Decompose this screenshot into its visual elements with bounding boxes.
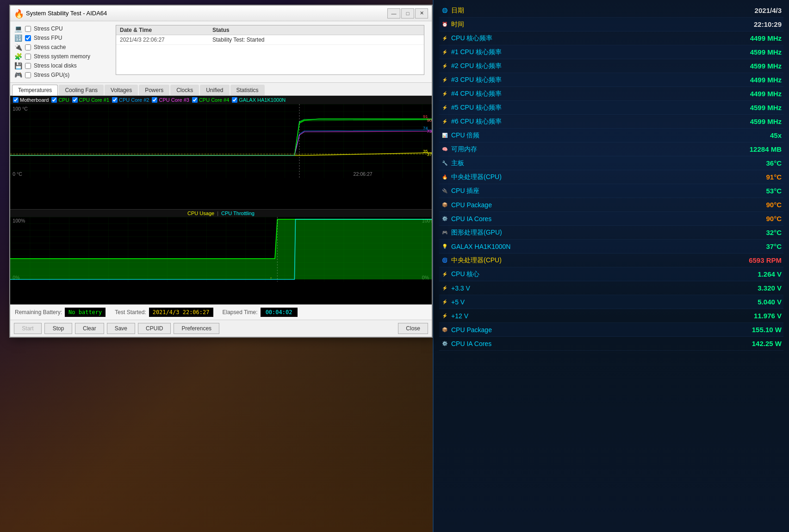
hw-value-3: 4599 MHz [750,48,782,56]
legend-cpu-checkbox[interactable] [51,97,57,103]
hw-value-13: 53°C [766,187,782,195]
hw-icon-21: ⚡ [441,298,448,306]
cpuid-button[interactable]: CPUID [138,323,171,334]
window-title: System Stability Test - AIDA64 [26,10,385,17]
hw-value-15: 90°C [766,215,782,223]
stress-disks-checkbox[interactable] [25,63,31,69]
hw-label-22: ⚡ +12 V [441,312,468,320]
stress-disks-label: Stress local disks [34,62,77,69]
legend-core4-checkbox[interactable] [192,97,198,103]
legend-cpu: CPU [51,97,69,103]
legend-core1-checkbox[interactable] [72,97,78,103]
memory-icon: 🧩 [14,53,22,60]
test-started-value: 2021/4/3 22:06:27 [149,308,213,317]
hw-label-12: 🔥 中央处理器(CPU) [441,173,502,181]
stress-cpu-checkbox[interactable] [25,26,31,32]
tab-powers[interactable]: Powers [139,85,169,95]
hw-label-2: ⚡ CPU 核心频率 [441,34,492,43]
hw-icon-7: ⚡ [441,104,448,111]
legend-motherboard: Motherboard [13,97,49,103]
elapsed-label: Elapsed Time: [223,309,258,315]
cpu-usage-chart: CPU Usage | CPU Throttling [10,210,432,304]
hw-value-9: 45x [770,131,782,139]
hw-row-10: 🧠 可用内存 12284 MB [439,142,783,156]
hw-label-text-18: 中央处理器(CPU) [451,256,502,265]
start-button[interactable]: Start [14,323,42,334]
tab-clocks[interactable]: Clocks [170,85,199,95]
legend-core1-label: CPU Core #1 [79,97,109,103]
hw-label-text-11: 主板 [451,159,464,167]
hw-label-21: ⚡ +5 V [441,298,465,306]
hw-label-text-16: 图形处理器(GPU) [451,229,502,237]
tab-unified[interactable]: Unified [200,85,229,95]
log-area: Date & Time Status 2021/4/3 22:06:27 Sta… [116,25,424,75]
hw-row-13: 🔌 CPU 插座 53°C [439,184,783,198]
stress-disks-option: 💾 Stress local disks [14,62,110,69]
hw-value-7: 4599 MHz [750,104,782,111]
hw-value-24: 142.25 W [752,340,782,347]
hw-row-4: ⚡ #2 CPU 核心频率 4599 MHz [439,59,783,73]
legend-motherboard-label: Motherboard [20,97,49,103]
maximize-button[interactable]: □ [401,8,414,19]
log-status-0: Stability Test: Started [212,37,420,43]
hw-row-3: ⚡ #1 CPU 核心频率 4599 MHz [439,45,783,59]
window-controls: — □ ✕ [387,8,428,19]
preferences-button[interactable]: Preferences [174,323,219,334]
stress-fpu-checkbox[interactable] [25,35,31,41]
stop-button[interactable]: Stop [44,323,72,334]
svg-rect-0 [10,104,432,178]
tabs-section: Temperatures Cooling Fans Voltages Power… [10,83,432,304]
legend-core2-checkbox[interactable] [112,97,118,103]
tab-voltages[interactable]: Voltages [105,85,138,95]
hw-row-11: 🔧 主板 36°C [439,156,783,170]
hw-icon-17: 💡 [441,243,448,250]
stress-cache-label: Stress cache [34,44,66,50]
clear-button[interactable]: Clear [75,323,104,334]
stress-gpu-checkbox[interactable] [25,72,31,78]
hw-value-4: 4599 MHz [750,62,782,70]
gpu-icon: 🎮 [14,71,22,79]
battery-value: No battery [65,308,106,317]
hw-label-24: ⚙️ CPU IA Cores [441,340,491,347]
hw-label-10: 🧠 可用内存 [441,145,477,154]
hw-icon-9: 📊 [441,132,448,139]
hw-label-text-19: CPU 核心 [451,270,479,278]
close-window-button[interactable]: ✕ [415,8,428,19]
svg-text:90: 90 [427,118,432,123]
log-status-header: Status [212,27,420,33]
hw-label-text-12: 中央处理器(CPU) [451,173,502,181]
hw-row-24: ⚙️ CPU IA Cores 142.25 W [439,337,783,351]
tab-temperatures[interactable]: Temperatures [12,85,58,96]
legend-core3: CPU Core #3 [152,97,189,103]
tab-statistics[interactable]: Statistics [230,85,265,95]
hw-icon-3: ⚡ [441,49,448,56]
hw-value-16: 32°C [766,229,782,236]
hw-label-text-23: CPU Package [451,326,492,334]
hw-value-0: 2021/4/3 [755,6,782,14]
log-date-0: 2021/4/3 22:06:27 [120,37,212,43]
legend-core3-checkbox[interactable] [152,97,157,103]
app-icon: 🔥 [14,9,23,18]
legend-motherboard-checkbox[interactable] [13,97,19,103]
hw-value-2: 4499 MHz [750,34,782,42]
hw-row-0: 🌐 日期 2021/4/3 [439,4,783,18]
legend-galax-checkbox[interactable] [232,97,237,103]
legend-core2: CPU Core #2 [112,97,149,103]
hw-label-text-8: #6 CPU 核心频率 [451,118,502,126]
stress-cache-checkbox[interactable] [25,44,31,50]
hw-value-8: 4599 MHz [750,118,782,125]
hw-label-17: 💡 GALAX HA1K1000N [441,243,510,250]
svg-text:100%: 100% [12,219,25,224]
close-button[interactable]: Close [398,323,428,334]
temp-chart-canvas: 100 °C 0 °C [10,104,432,179]
stress-memory-checkbox[interactable] [25,54,31,60]
hw-icon-11: 🔧 [441,160,448,167]
hw-label-text-9: CPU 倍频 [451,131,479,140]
save-button[interactable]: Save [107,323,135,334]
minimize-button[interactable]: — [387,8,400,19]
log-header: Date & Time Status [116,25,424,35]
tab-cooling-fans[interactable]: Cooling Fans [59,85,104,95]
hw-label-6: ⚡ #4 CPU 核心频率 [441,90,502,98]
hw-value-10: 12284 MB [750,145,782,153]
hw-icon-2: ⚡ [441,35,448,42]
